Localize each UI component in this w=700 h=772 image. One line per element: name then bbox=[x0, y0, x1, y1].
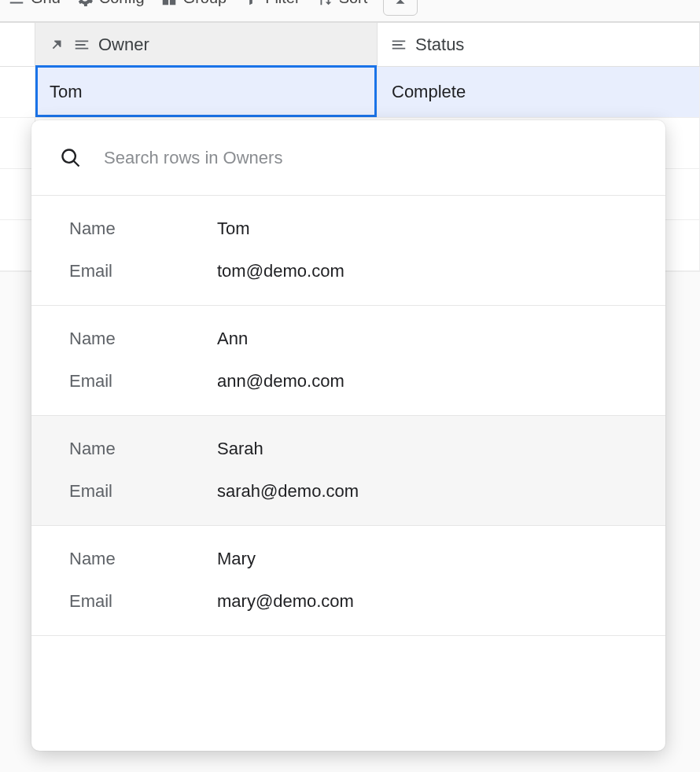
link-arrow-icon bbox=[48, 36, 65, 53]
config-label: Config bbox=[99, 0, 145, 7]
filter-button[interactable]: Filter bbox=[242, 0, 300, 7]
chevron-up-icon bbox=[392, 0, 409, 11]
lookup-option[interactable]: Name Tom Email tom@demo.com bbox=[31, 196, 665, 306]
lookup-option[interactable]: Name Mary Email mary@demo.com bbox=[31, 526, 665, 636]
group-icon bbox=[160, 0, 178, 7]
sort-icon bbox=[316, 0, 333, 7]
field-label-email: Email bbox=[69, 260, 217, 282]
row-stub[interactable] bbox=[0, 67, 35, 118]
column-header-status[interactable]: Status bbox=[378, 23, 700, 67]
view-toolbar: Grid Config Group Filter Sort bbox=[0, 0, 700, 22]
sort-button[interactable]: Sort bbox=[316, 0, 368, 7]
field-label-name: Name bbox=[69, 438, 217, 460]
grid-header-row: Owner Status bbox=[0, 23, 700, 67]
field-label-email: Email bbox=[69, 370, 217, 392]
column-header-status-label: Status bbox=[415, 35, 464, 55]
collapse-toolbar-button[interactable] bbox=[383, 0, 418, 16]
field-label-email: Email bbox=[69, 480, 217, 502]
table-row: Tom Complete bbox=[0, 67, 700, 118]
field-value-name: Tom bbox=[217, 218, 250, 240]
field-label-name: Name bbox=[69, 548, 217, 570]
cell-status-value: Complete bbox=[392, 82, 466, 102]
field-value-name: Ann bbox=[217, 328, 248, 350]
filter-icon bbox=[242, 0, 260, 7]
gear-icon bbox=[76, 0, 94, 7]
field-label-email: Email bbox=[69, 590, 217, 612]
field-value-email: mary@demo.com bbox=[217, 590, 354, 612]
text-lines-icon bbox=[390, 36, 407, 53]
view-mode-label: Grid bbox=[31, 0, 61, 7]
cell-owner-value: Tom bbox=[50, 82, 83, 102]
text-lines-icon bbox=[73, 36, 90, 53]
lookup-search-input[interactable] bbox=[104, 148, 637, 168]
filter-label: Filter bbox=[265, 0, 300, 7]
field-label-name: Name bbox=[69, 218, 217, 240]
list-icon bbox=[8, 0, 25, 7]
view-mode-button[interactable]: Grid bbox=[8, 0, 61, 7]
lookup-search-row bbox=[31, 120, 665, 196]
cell-status[interactable]: Complete bbox=[378, 67, 700, 118]
field-value-email: tom@demo.com bbox=[217, 260, 344, 282]
column-header-owner-label: Owner bbox=[98, 35, 149, 55]
field-value-name: Mary bbox=[217, 548, 256, 570]
group-button[interactable]: Group bbox=[160, 0, 227, 7]
field-value-email: sarah@demo.com bbox=[217, 480, 359, 502]
lookup-dropdown: Name Tom Email tom@demo.com Name Ann Ema… bbox=[31, 120, 665, 751]
cell-owner[interactable]: Tom bbox=[35, 67, 378, 118]
sort-label: Sort bbox=[339, 0, 368, 7]
field-value-name: Sarah bbox=[217, 438, 263, 460]
config-button[interactable]: Config bbox=[76, 0, 145, 7]
lookup-option[interactable]: Name Ann Email ann@demo.com bbox=[31, 306, 665, 416]
search-icon bbox=[60, 147, 82, 169]
header-stub bbox=[0, 23, 35, 67]
column-header-owner[interactable]: Owner bbox=[35, 23, 378, 67]
field-label-name: Name bbox=[69, 328, 217, 350]
field-value-email: ann@demo.com bbox=[217, 370, 344, 392]
lookup-spacer bbox=[31, 636, 665, 751]
lookup-option[interactable]: Name Sarah Email sarah@demo.com bbox=[31, 416, 665, 526]
group-label: Group bbox=[183, 0, 227, 7]
